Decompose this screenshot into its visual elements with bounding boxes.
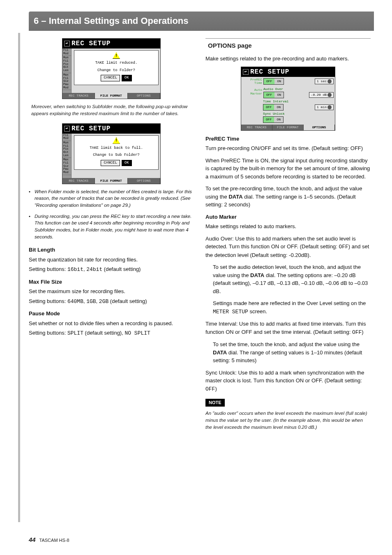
max-file-size-settings: Setting buttons: 640MB, 1GB, 2GB (defaul… bbox=[29, 297, 194, 306]
warning-icon: ! bbox=[113, 137, 120, 144]
back-arrow-icon: ↩ bbox=[64, 126, 70, 132]
popup-msg-1: TAKE limit reduced. bbox=[95, 60, 138, 66]
off-button[interactable]: OFF bbox=[263, 117, 274, 123]
audio-over-value[interactable]: -0.20 dB bbox=[309, 92, 334, 98]
side-labels: Fil Mod Mon Fil Pic Bit Len Max Fil Siz … bbox=[62, 134, 71, 178]
pause-mode-heading: Pause Mode bbox=[29, 310, 194, 318]
on-button[interactable]: ON bbox=[274, 117, 283, 123]
off-button[interactable]: OFF bbox=[263, 104, 274, 110]
options-heading: OPTIONS page bbox=[208, 41, 371, 51]
opt-label-prerec: PreREC Time bbox=[242, 78, 262, 85]
bit-length-settings: Setting buttons: 16bit, 24bit (default s… bbox=[29, 265, 194, 274]
screenshot-rec-setup-options: ↩ REC SETUP PreREC Time OFFON 1 sec Auto… bbox=[241, 67, 335, 131]
screen-title: REC SETUP bbox=[250, 67, 289, 77]
side-labels: Fil Mod Mon Fil Pic Bit Len Max Fil Siz … bbox=[62, 49, 71, 93]
note-item: When Folder mode is selected, the number… bbox=[29, 188, 194, 209]
screen-title: REC SETUP bbox=[71, 124, 111, 134]
auto-marker-heading: Auto Marker bbox=[205, 213, 371, 221]
time-interval-p1: Time Interval: Use this to add marks at … bbox=[205, 320, 371, 336]
tab-options[interactable]: OPTIONS bbox=[304, 125, 335, 130]
prerec-p1: Turn pre-recording ON/OFF and set its ti… bbox=[205, 144, 371, 153]
tab-rec-tracks[interactable]: REC TRACKS bbox=[62, 93, 95, 99]
time-interval-value[interactable]: 1 min bbox=[315, 104, 334, 110]
prerec-p2: When PreREC Time is ON, the signal input… bbox=[205, 157, 371, 181]
note-list: When Folder mode is selected, the number… bbox=[29, 188, 194, 240]
tab-options[interactable]: OPTIONS bbox=[128, 178, 160, 184]
pause-mode-desc: Set whether or not to divide files when … bbox=[29, 319, 194, 328]
audio-over-p2: To set the audio detection level, touch … bbox=[213, 263, 371, 295]
popup-msg-1: TAKE limit back to full. bbox=[90, 146, 143, 151]
sync-unlock-p1: Sync Unlock: Use this to add a mark when… bbox=[205, 369, 371, 393]
off-button[interactable]: OFF bbox=[264, 79, 274, 84]
back-arrow-icon: ↩ bbox=[64, 41, 70, 46]
chapter-header: 6 – Internal Settings and Operations bbox=[29, 12, 374, 31]
screenshot-take-limit-restored: ↩ REC SETUP Fil Mod Mon Fil Pic Bit Len … bbox=[62, 123, 161, 184]
auto-marker-intro: Make settings related to auto markers. bbox=[205, 222, 371, 231]
bit-length-heading: Bit Length bbox=[29, 246, 194, 254]
right-column: OPTIONS page Make settings related to th… bbox=[205, 38, 371, 431]
screen-title: REC SETUP bbox=[71, 39, 111, 49]
prerec-value[interactable]: 1 sec bbox=[315, 79, 334, 84]
max-file-size-desc: Set the maximum size for recording files… bbox=[29, 287, 194, 296]
time-interval-p2: To set the time, touch the knob, and adj… bbox=[213, 340, 371, 365]
options-intro: Make settings related to the pre-recordi… bbox=[205, 55, 371, 63]
page-footer: 44 TASCAM HS-8 bbox=[29, 535, 69, 545]
product-model: TASCAM HS-8 bbox=[39, 538, 69, 543]
tab-options[interactable]: OPTIONS bbox=[128, 93, 160, 99]
sub-time-interval: Time Interval bbox=[242, 99, 334, 104]
tabs: REC TRACKS FILE FORMAT OPTIONS bbox=[62, 178, 160, 184]
popup-msg-2: Change to Folder? bbox=[97, 68, 135, 74]
prerec-heading: PreREC Time bbox=[205, 135, 371, 143]
note-body: An "audio over" occurs when the level ex… bbox=[205, 410, 371, 431]
tab-file-format[interactable]: FILE FORMAT bbox=[272, 125, 304, 130]
tab-rec-tracks[interactable]: REC TRACKS bbox=[241, 125, 272, 130]
sub-sync-unlock: Sync Unlock bbox=[242, 111, 334, 116]
tab-file-format[interactable]: FILE FORMAT bbox=[95, 93, 127, 99]
ok-button[interactable]: OK bbox=[122, 75, 132, 81]
cancel-button[interactable]: CANCEL bbox=[101, 75, 120, 81]
knob-icon bbox=[327, 105, 332, 109]
warning-icon: ! bbox=[113, 52, 120, 59]
knob-icon bbox=[327, 93, 332, 97]
prerec-p3: To set the pre-recording time, touch the… bbox=[205, 185, 371, 209]
on-button[interactable]: ON bbox=[274, 104, 283, 110]
chapter-title: 6 – Internal Settings and Operations bbox=[34, 14, 369, 28]
ok-button[interactable]: OK bbox=[122, 160, 132, 166]
caption-subfolder: Moreover, when switching to Subfolder mo… bbox=[31, 103, 191, 118]
off-button[interactable]: OFF bbox=[264, 92, 274, 98]
bit-length-desc: Set the quantization bit rate for record… bbox=[29, 256, 194, 264]
pause-mode-settings: Setting buttons: SPLIT (default setting)… bbox=[29, 329, 194, 338]
sub-audio-over: Audio Over bbox=[263, 87, 334, 92]
knob-icon bbox=[327, 79, 332, 83]
screenshot-take-limit-reduced: ↩ REC SETUP Fil Mod Mon Fil Pic Bit Len … bbox=[62, 38, 161, 99]
cancel-button[interactable]: CANCEL bbox=[101, 160, 120, 166]
popup-msg-2: Change to Sub Folder? bbox=[93, 153, 139, 158]
note-item: During recording, you can press the REC … bbox=[29, 213, 194, 240]
max-file-size-heading: Max File Size bbox=[29, 278, 194, 286]
on-button[interactable]: ON bbox=[274, 92, 284, 98]
page-number: 44 bbox=[29, 536, 36, 543]
audio-over-p1: Audio Over: Use this to add markers when… bbox=[205, 235, 371, 259]
back-arrow-icon: ↩ bbox=[243, 69, 249, 75]
left-column: ↩ REC SETUP Fil Mod Mon Fil Pic Bit Len … bbox=[29, 38, 194, 431]
tabs: REC TRACKS FILE FORMAT OPTIONS bbox=[241, 125, 335, 130]
note-tag: NOTE bbox=[205, 399, 225, 407]
opt-label-automarker: Auto Marker bbox=[242, 88, 262, 95]
on-button[interactable]: ON bbox=[274, 79, 284, 84]
tab-rec-tracks[interactable]: REC TRACKS bbox=[62, 178, 95, 184]
margin-stripe bbox=[18, 33, 20, 522]
options-section-head: OPTIONS page bbox=[205, 38, 371, 51]
tab-file-format[interactable]: FILE FORMAT bbox=[95, 178, 127, 184]
audio-over-p3: Settings made here are reflected in the … bbox=[213, 299, 371, 316]
tabs: REC TRACKS FILE FORMAT OPTIONS bbox=[62, 93, 160, 99]
